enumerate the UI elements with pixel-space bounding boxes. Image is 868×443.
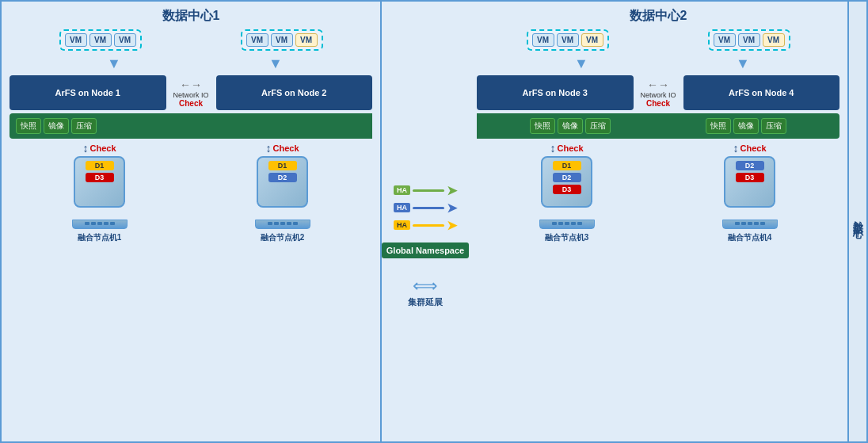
ha-line-3 [413, 224, 444, 227]
disk-slot [268, 222, 272, 225]
check-label-2: Check [646, 99, 670, 108]
disk-slot [280, 222, 285, 225]
disk-d2-4: D2 [736, 161, 764, 170]
disk-stack-4: D2 D3 [724, 156, 775, 220]
disk-d3-4: D3 [736, 173, 764, 182]
vm-box: VM [271, 33, 293, 47]
disk-base-1 [72, 220, 128, 229]
check-label-1: Check [179, 99, 203, 108]
dc2-features-left: 快照 镜像 压缩 [530, 118, 611, 134]
disk-slot [760, 222, 765, 225]
arrow-down-4: ▼ [736, 55, 750, 72]
storage-unit-3: ↕ Check D1 D2 D3 [477, 142, 657, 243]
feature-mirror-1: 镜像 [44, 118, 69, 134]
datacenter-2: 数据中心2 VM VM VM VM VM VM ▼ ▼ [469, 2, 847, 441]
feature-snapshot-2: 快照 [530, 118, 555, 134]
dc1-features: 快照 镜像 压缩 [16, 118, 97, 134]
vm-box-yellow: VM [763, 33, 785, 47]
global-ns-label: Global Namespace [382, 243, 469, 258]
disk-d1-2: D1 [268, 161, 297, 170]
ha-arrow-right-1: ➤ [447, 183, 457, 198]
arfs-node-4: ArFS on Node 4 [683, 75, 840, 110]
disk-slot [85, 222, 89, 225]
dc1-storage-row: ↕ Check D1 D3 [10, 142, 372, 243]
ha-arrow-right-2: ➤ [447, 200, 457, 216]
disk-slot [274, 222, 279, 225]
right-label-text: 数据中心2 [851, 215, 865, 228]
disk-d2-2: D2 [268, 173, 297, 182]
arrow-down-1: ▼ [107, 55, 121, 72]
io-arrows-up-1: ↕ [82, 142, 88, 155]
network-io-2: ←→ Network IO Check [637, 78, 680, 108]
disk-stack-2: D1 D2 [257, 156, 308, 220]
storage-unit-1: ↕ Check D1 D3 [10, 142, 189, 243]
arrow-down-2: ▼ [268, 55, 283, 72]
check-text-1: Check [89, 143, 116, 153]
vm-box-yellow: VM [295, 33, 318, 47]
disk-body-3: D1 D2 D3 [541, 156, 592, 208]
disk-slot [104, 222, 108, 225]
right-border-label: 数据中心2 [847, 2, 866, 441]
ha-arrow-right-3: ➤ [447, 218, 457, 233]
dc1-vm-group-1: VM VM VM [59, 29, 142, 51]
disk-base-2 [255, 220, 310, 229]
disk-base-4 [722, 220, 778, 229]
vm-box: VM [65, 33, 87, 47]
dc2-nodes-row: ArFS on Node 3 ←→ Network IO Check ArFS … [477, 75, 839, 110]
ha-line-2 [413, 207, 444, 209]
disk-d3-1: D3 [86, 173, 114, 182]
cluster-expand: ⟺ 集群延展 [408, 276, 443, 308]
feature-compress-1: 压缩 [71, 118, 97, 134]
ha-line-1 [413, 189, 444, 192]
disk-slot [287, 222, 291, 225]
dc1-vm-group-2: VM VM VM [241, 29, 323, 51]
dc2-vm-group-2: VM VM VM [708, 29, 790, 51]
io-check-3: ↕ Check [550, 142, 583, 155]
disk-d3-3: D3 [553, 185, 581, 194]
cluster-expand-label: 集群延展 [408, 296, 443, 308]
disk-d1-3: D1 [553, 161, 581, 170]
main-container: 数据中心1 VM VM VM VM VM VM ▼ ▼ [0, 0, 868, 443]
disk-slot [565, 222, 569, 225]
io-arrows-up-3: ↕ [550, 142, 555, 155]
arfs-node-3: ArFS on Node 3 [477, 75, 634, 110]
storage-label-2: 融合节点机2 [261, 232, 305, 243]
disk-slot [754, 222, 759, 225]
arfs-node-2: ArFS on Node 2 [216, 75, 373, 110]
storage-label-3: 融合节点机3 [545, 232, 589, 243]
storage-unit-2: ↕ Check D1 D2 [192, 142, 372, 243]
middle-section: HA ➤ HA ➤ HA ➤ Global Namespace ⟺ 集群延展 [382, 2, 469, 441]
vm-box: VM [714, 33, 736, 47]
disk-slot [552, 222, 557, 225]
ha-label-2: HA [394, 203, 410, 212]
io-arrows-1: ←→ [180, 78, 202, 91]
disk-slot [110, 222, 115, 225]
io-arrows-up-4: ↕ [733, 142, 738, 155]
check-text-2: Check [272, 143, 299, 153]
disk-slot [748, 222, 752, 225]
io-arrows-2: ←→ [647, 78, 669, 91]
network-io-1: ←→ Network IO Check [169, 78, 213, 108]
io-label-2: Network IO [640, 91, 676, 99]
check-text-3: Check [557, 143, 583, 153]
ha-label-1: HA [394, 185, 410, 195]
feature-mirror-2: 镜像 [558, 118, 583, 134]
vm-box: VM [557, 33, 579, 47]
ha-arrow-3: HA ➤ [394, 218, 457, 233]
dc2-vm-group-1: VM VM VM [527, 29, 609, 51]
dc2-title: 数据中心2 [477, 8, 839, 25]
io-check-4: ↕ Check [733, 142, 766, 155]
disk-body-1: D1 D3 [74, 156, 125, 208]
feature-compress-2: 压缩 [585, 118, 611, 134]
ha-arrow-2: HA ➤ [394, 200, 457, 216]
datacenter-1: 数据中心1 VM VM VM VM VM VM ▼ ▼ [2, 2, 382, 441]
feature-mirror-3: 镜像 [733, 118, 759, 134]
dc1-title: 数据中心1 [10, 8, 372, 25]
disk-body-4: D2 D3 [724, 156, 775, 208]
vm-box-yellow: VM [581, 33, 603, 47]
cluster-expand-arrows: ⟺ [413, 276, 438, 296]
io-arrows-up-2: ↕ [265, 142, 271, 155]
storage-label-1: 融合节点机1 [78, 232, 122, 243]
feature-compress-3: 压缩 [761, 118, 786, 134]
ha-arrow-1: HA ➤ [394, 183, 457, 198]
